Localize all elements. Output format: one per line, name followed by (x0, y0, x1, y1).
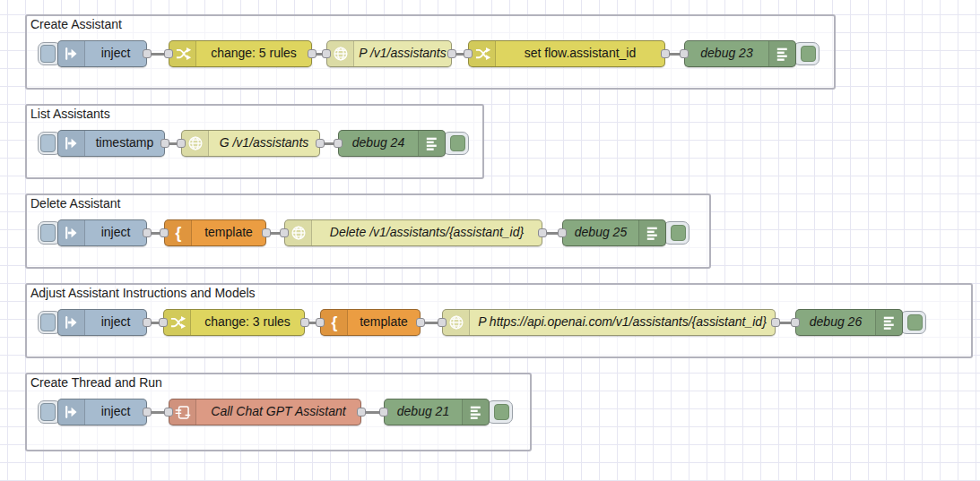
debug-toggle-nub[interactable] (671, 225, 686, 241)
input-port[interactable] (680, 49, 689, 58)
inject-button-nub[interactable] (40, 134, 56, 152)
output-port[interactable] (316, 139, 325, 148)
node-label: inject (85, 41, 146, 66)
inject-arrow-icon (58, 310, 85, 335)
group-label: Create Assistant (30, 17, 122, 31)
input-port[interactable] (322, 49, 331, 58)
inject-button-nub[interactable] (40, 45, 56, 63)
input-port[interactable] (164, 49, 173, 58)
output-port[interactable] (143, 408, 152, 417)
node-label: inject (85, 399, 146, 425)
input-port[interactable] (159, 318, 168, 327)
output-port[interactable] (357, 408, 366, 417)
inject-button-nub[interactable] (40, 403, 56, 421)
node-label: P https://api.openai.com/v1/assistants/{… (470, 310, 775, 335)
node-subflow[interactable]: Call Chat GPT Assistant (169, 399, 361, 425)
input-port[interactable] (438, 318, 447, 327)
node-debug[interactable]: debug 23 (684, 40, 796, 67)
input-port[interactable] (164, 408, 173, 417)
input-port[interactable] (791, 318, 800, 327)
debug-output-icon (418, 131, 445, 156)
node-template[interactable]: {template (164, 219, 266, 246)
input-port[interactable] (280, 228, 289, 237)
node-label: change: 5 rules (196, 41, 311, 66)
output-port[interactable] (447, 49, 456, 58)
node-debug[interactable]: debug 26 (795, 309, 903, 336)
inject-arrow-icon (58, 220, 85, 245)
node-label: inject (85, 220, 146, 245)
node-inject[interactable]: timestamp (57, 130, 165, 157)
output-port[interactable] (262, 228, 271, 237)
group-label: List Assistants (30, 107, 110, 121)
node-label: debug 24 (339, 131, 418, 156)
node-template[interactable]: {template (320, 309, 421, 336)
debug-output-icon (462, 399, 489, 425)
node-label: template (348, 310, 420, 335)
input-port[interactable] (379, 408, 388, 417)
node-label: Delete /v1/assistants/{assistant_id} (312, 220, 542, 245)
input-port[interactable] (334, 139, 343, 148)
inject-button-nub[interactable] (40, 314, 56, 331)
curly-brace-icon: { (321, 310, 348, 335)
node-debug[interactable]: debug 25 (562, 219, 666, 246)
output-port[interactable] (160, 139, 169, 148)
output-port[interactable] (300, 318, 309, 327)
node-label: debug 21 (385, 399, 462, 425)
node-change[interactable]: change: 5 rules (169, 40, 312, 67)
node-debug[interactable]: debug 21 (384, 399, 490, 425)
node-http-request[interactable]: P /v1/assistants (326, 40, 452, 67)
node-http-request[interactable]: Delete /v1/assistants/{assistant_id} (284, 219, 542, 246)
input-port[interactable] (160, 228, 169, 237)
node-inject[interactable]: inject (57, 399, 147, 425)
output-port[interactable] (143, 228, 152, 237)
node-label: set flow.assistant_id (496, 41, 664, 66)
node-inject[interactable]: inject (57, 219, 147, 246)
node-label: debug 23 (685, 41, 768, 66)
node-label: template (192, 220, 265, 245)
flow-canvas[interactable]: Create Assistantinjectchange: 5 rulesP /… (0, 0, 980, 481)
svg-text:{: { (175, 224, 181, 242)
input-port[interactable] (464, 49, 473, 58)
debug-output-icon (768, 41, 795, 66)
output-port[interactable] (143, 318, 152, 327)
svg-text:{: { (331, 314, 337, 331)
inject-arrow-icon (58, 131, 85, 156)
debug-toggle-nub[interactable] (450, 135, 465, 151)
inject-arrow-icon (58, 399, 85, 425)
output-port[interactable] (771, 318, 780, 327)
shuffle-icon (164, 310, 191, 335)
inject-button-nub[interactable] (40, 224, 56, 242)
node-http-request[interactable]: G /v1/assistants (181, 130, 320, 157)
node-http-request[interactable]: P https://api.openai.com/v1/assistants/{… (442, 309, 776, 336)
globe-icon (182, 131, 209, 156)
input-port[interactable] (316, 318, 325, 327)
output-port[interactable] (143, 49, 152, 58)
node-change[interactable]: change: 3 rules (163, 309, 305, 336)
globe-icon (443, 310, 470, 335)
node-inject[interactable]: inject (57, 40, 147, 67)
node-inject[interactable]: inject (57, 309, 147, 336)
debug-toggle-nub[interactable] (907, 314, 923, 331)
output-port[interactable] (416, 318, 425, 327)
output-port[interactable] (661, 49, 670, 58)
debug-output-icon (875, 310, 902, 335)
node-label: change: 3 rules (191, 310, 304, 335)
node-label: inject (85, 310, 146, 335)
output-port[interactable] (308, 49, 317, 58)
node-label: debug 25 (563, 220, 638, 245)
input-port[interactable] (558, 228, 567, 237)
subflow-icon (169, 399, 196, 425)
node-change[interactable]: set flow.assistant_id (468, 40, 665, 67)
input-port[interactable] (177, 139, 186, 148)
node-label: timestamp (85, 131, 164, 156)
output-port[interactable] (538, 228, 547, 237)
debug-toggle-nub[interactable] (494, 404, 509, 420)
debug-toggle-nub[interactable] (801, 46, 816, 62)
node-debug[interactable]: debug 24 (338, 130, 446, 157)
debug-output-icon (638, 220, 665, 245)
group-label: Delete Assistant (30, 196, 120, 210)
node-label: P /v1/assistants (354, 41, 451, 66)
node-label: G /v1/assistants (209, 131, 319, 156)
shuffle-icon (169, 41, 196, 66)
group-label: Adjust Assistant Instructions and Models (30, 286, 256, 300)
